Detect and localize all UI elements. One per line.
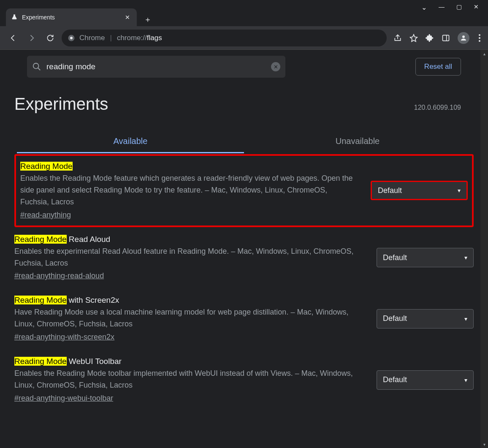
omnibox-chrome-label: Chrome <box>79 34 105 42</box>
browser-toolbar: Chrome | chrome://flags <box>0 26 488 50</box>
search-icon <box>32 62 41 71</box>
maximize-button[interactable]: ▢ <box>456 3 462 11</box>
reload-button[interactable] <box>43 31 57 45</box>
flags-list: Reading ModeEnables the Reading Mode fea… <box>0 154 488 427</box>
svg-point-4 <box>462 35 465 38</box>
flag-select[interactable]: Default▾ <box>377 248 474 267</box>
chevron-down-icon[interactable]: ⌄ <box>421 3 427 11</box>
omnibox-url-path: flags <box>147 34 162 42</box>
flag-control: Default▾ <box>372 357 474 403</box>
side-panel-icon[interactable] <box>442 34 450 42</box>
flag-title: Reading Mode <box>20 162 358 171</box>
chevron-down-icon: ▾ <box>464 254 467 261</box>
profile-avatar-button[interactable] <box>458 32 469 44</box>
page-title: Experiments <box>14 95 108 114</box>
chevron-down-icon: ▾ <box>464 315 467 322</box>
flag-title: Reading Mode with Screen2x <box>14 296 364 305</box>
flag-control: Default▾ <box>366 162 468 220</box>
flag-select[interactable]: Default▾ <box>371 181 468 200</box>
highlight-text: Reading Mode <box>20 162 73 171</box>
chrome-icon <box>68 34 75 42</box>
flag-hash-link[interactable]: #read-anything-read-aloud <box>14 272 104 280</box>
flag-title-rest: Read Aloud <box>67 235 111 244</box>
tab-strip: Experiments ✕ ＋ <box>0 0 155 26</box>
omnibox-url-scheme: chrome:// <box>117 34 147 42</box>
flag-hash-link[interactable]: #read-anything-webui-toolbar <box>14 394 113 403</box>
flag-item: Reading Mode Read AloudEnables the exper… <box>14 227 474 288</box>
flag-select-value: Default <box>378 186 402 195</box>
chevron-down-icon: ▾ <box>464 377 467 383</box>
reset-all-button[interactable]: Reset all <box>415 58 461 76</box>
flag-description: Have Reading Mode use a local machine le… <box>14 307 364 330</box>
flag-content: Reading Mode Read AloudEnables the exper… <box>14 235 364 281</box>
kebab-menu-button[interactable] <box>477 33 482 43</box>
flag-select-value: Default <box>383 314 407 323</box>
flag-title-rest: with Screen2x <box>67 296 119 304</box>
flags-search-input[interactable] <box>46 62 266 71</box>
bookmark-star-icon[interactable] <box>409 34 418 42</box>
flag-content: Reading Mode with Screen2xHave Reading M… <box>14 296 364 342</box>
new-tab-button[interactable]: ＋ <box>141 13 155 26</box>
back-button[interactable] <box>6 31 20 45</box>
flag-select[interactable]: Default▾ <box>377 309 474 329</box>
svg-rect-2 <box>443 35 449 41</box>
flags-header: ✕ Reset all <box>0 50 488 84</box>
flag-item: Reading Mode WebUI ToolbarEnables the Re… <box>14 349 474 410</box>
flag-title: Reading Mode WebUI Toolbar <box>14 357 364 366</box>
forward-button[interactable] <box>24 31 39 45</box>
minimize-button[interactable]: — <box>439 3 445 11</box>
flask-icon <box>11 14 18 21</box>
flag-control: Default▾ <box>372 296 474 342</box>
tab-close-button[interactable]: ✕ <box>123 13 132 22</box>
omnibox-separator: | <box>110 34 111 42</box>
page-title-row: Experiments 120.0.6099.109 <box>0 84 488 118</box>
tab-title: Experiments <box>22 14 119 21</box>
scrollbar[interactable]: ▴ ▾ <box>480 50 488 448</box>
flags-page: ✕ Reset all Experiments 120.0.6099.109 A… <box>0 50 488 448</box>
chevron-down-icon: ▾ <box>458 187 461 194</box>
highlight-text: Reading Mode <box>14 296 67 304</box>
browser-tab[interactable]: Experiments ✕ <box>6 8 137 26</box>
flag-select-value: Default <box>383 375 407 384</box>
flag-content: Reading ModeEnables the Reading Mode fea… <box>20 162 358 220</box>
window-controls: ⌄ — ▢ ✕ <box>421 0 488 11</box>
tab-available[interactable]: Available <box>17 130 244 153</box>
toolbar-actions <box>391 32 482 44</box>
svg-line-6 <box>38 68 41 71</box>
flag-select-value: Default <box>383 253 407 262</box>
flag-title: Reading Mode Read Aloud <box>14 235 364 244</box>
clear-search-button[interactable]: ✕ <box>271 62 280 71</box>
flag-item: Reading ModeEnables the Reading Mode fea… <box>14 154 474 227</box>
window-titlebar: Experiments ✕ ＋ ⌄ — ▢ ✕ <box>0 0 488 26</box>
svg-point-1 <box>70 37 73 39</box>
flags-tabs: Available Unavailable <box>0 118 488 153</box>
highlight-text: Reading Mode <box>14 357 67 366</box>
scroll-down-arrow-icon[interactable]: ▾ <box>480 440 488 448</box>
flag-description: Enables the Reading Mode feature which g… <box>20 173 358 208</box>
share-icon[interactable] <box>393 34 402 42</box>
tab-unavailable[interactable]: Unavailable <box>244 130 471 153</box>
flag-description: Enables the Reading Mode toolbar impleme… <box>14 368 364 391</box>
flag-control: Default▾ <box>372 235 474 281</box>
flags-search-box[interactable]: ✕ <box>27 56 285 78</box>
close-window-button[interactable]: ✕ <box>474 3 479 11</box>
flag-content: Reading Mode WebUI ToolbarEnables the Re… <box>14 357 364 403</box>
flag-select[interactable]: Default▾ <box>377 370 474 390</box>
flag-hash-link[interactable]: #read-anything <box>20 211 71 220</box>
extensions-icon[interactable] <box>426 34 434 42</box>
scroll-up-arrow-icon[interactable]: ▴ <box>480 50 488 57</box>
highlight-text: Reading Mode <box>14 235 67 244</box>
svg-point-5 <box>33 63 39 69</box>
flag-title-rest: WebUI Toolbar <box>67 357 122 366</box>
address-bar[interactable]: Chrome | chrome://flags <box>62 30 387 46</box>
chrome-version: 120.0.6099.109 <box>414 104 461 111</box>
flag-description: Enables the experimental Read Aloud feat… <box>14 246 364 269</box>
flag-hash-link[interactable]: #read-anything-with-screen2x <box>14 333 114 342</box>
flag-item: Reading Mode with Screen2xHave Reading M… <box>14 288 474 349</box>
